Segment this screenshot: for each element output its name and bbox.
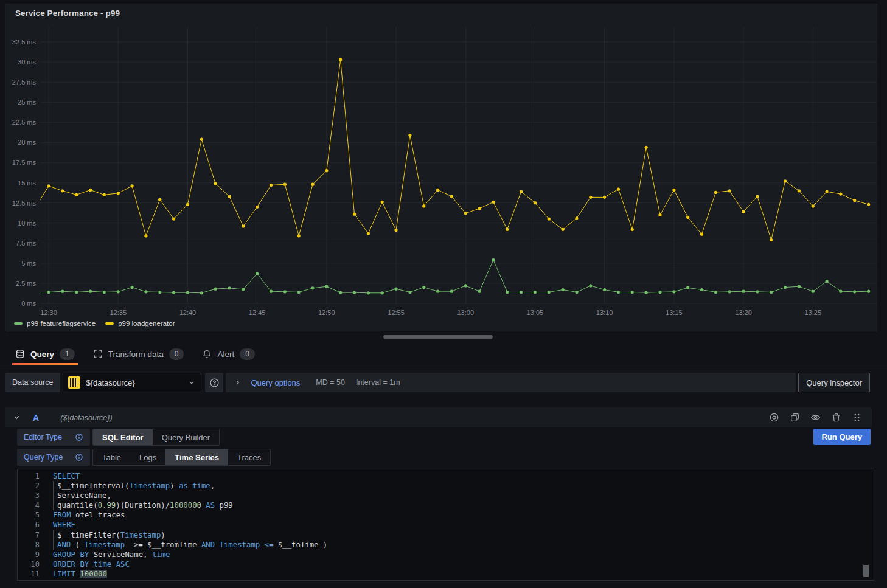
option-sql-editor[interactable]: SQL Editor: [93, 429, 153, 445]
code-line[interactable]: 5FROM otel_traces: [18, 510, 874, 520]
datasource-select[interactable]: ${datasource}: [63, 373, 201, 392]
datasource-value: ${datasource}: [86, 378, 187, 387]
svg-text:12:45: 12:45: [249, 309, 266, 316]
svg-text:13:05: 13:05: [527, 309, 544, 316]
line-number: 3: [18, 491, 40, 500]
transform-icon: [93, 349, 103, 359]
tab-transform-data[interactable]: Transform data 0: [93, 343, 184, 365]
tab-alert[interactable]: Alert 0: [202, 343, 254, 365]
remove-query-trash-icon[interactable]: [831, 412, 841, 423]
editor-type-options: SQL Editor Query Builder: [92, 429, 220, 446]
collapse-chevron-icon[interactable]: [12, 413, 21, 422]
code-line[interactable]: 6WHERE: [18, 520, 874, 530]
query-row-header: A (${datasource}): [5, 407, 872, 427]
tab-query[interactable]: Query 1: [15, 343, 75, 365]
option-traces[interactable]: Traces: [228, 449, 270, 465]
code-line-content: ServiceName,: [40, 491, 111, 500]
line-number: 4: [18, 500, 40, 510]
query-type-chip: Query Type: [17, 449, 90, 466]
code-line[interactable]: 1SELECT: [18, 471, 874, 481]
run-query-button[interactable]: Run Query: [813, 429, 871, 445]
info-circle-icon[interactable]: [75, 433, 83, 441]
svg-text:7.5 ms: 7.5 ms: [16, 240, 37, 247]
datasource-help-button[interactable]: [205, 373, 223, 392]
query-inspector-label: Query inspector: [806, 378, 862, 387]
svg-text:2.5 ms: 2.5 ms: [16, 280, 37, 287]
svg-text:27.5 ms: 27.5 ms: [12, 78, 37, 86]
indent-guide: [53, 481, 57, 491]
query-datasource-ref: (${datasource}): [60, 413, 112, 422]
code-line[interactable]: 9GROUP BY ServiceName, time: [18, 550, 874, 559]
line-number: 5: [18, 510, 40, 520]
code-line[interactable]: 11LIMIT 100000: [18, 569, 874, 579]
tab-count-badge: 0: [169, 348, 184, 360]
line-number: 2: [18, 481, 40, 491]
line-number: 7: [18, 530, 40, 540]
code-line[interactable]: 3ServiceName,: [18, 491, 874, 500]
editor-tabs: Query 1 Transform data 0 Alert 0: [0, 343, 887, 365]
svg-text:12:30: 12:30: [40, 309, 57, 316]
datasource-label: Data source: [5, 373, 60, 392]
legend-item[interactable]: p99 loadgenerator: [105, 320, 175, 327]
indent-guide: [53, 500, 57, 510]
hide-response-eye-icon[interactable]: [810, 412, 821, 423]
line-number: 10: [18, 559, 40, 569]
svg-text:13:00: 13:00: [457, 309, 474, 316]
editor-scrollbar-thumb[interactable]: [863, 565, 869, 577]
svg-text:12:35: 12:35: [110, 309, 127, 316]
disable-query-icon[interactable]: [769, 412, 779, 423]
clickhouse-logo-icon: [68, 376, 80, 389]
query-type-row: Query Type Table Logs Time Series Traces: [17, 449, 271, 466]
svg-text:13:10: 13:10: [596, 309, 613, 316]
legend-series-label: p99 featureflagservice: [27, 320, 96, 327]
tab-count-badge: 1: [60, 348, 75, 360]
svg-text:10 ms: 10 ms: [18, 220, 36, 227]
code-line[interactable]: 8AND ( Timestamp >= $__fromTime AND Time…: [18, 540, 874, 550]
line-number: 1: [18, 471, 40, 481]
option-table[interactable]: Table: [93, 449, 130, 465]
line-number: 6: [18, 520, 40, 530]
svg-text:12:40: 12:40: [179, 309, 197, 316]
code-line-content: FROM otel_traces: [40, 510, 125, 520]
duplicate-query-icon[interactable]: [790, 412, 800, 423]
question-circle-icon: [209, 378, 220, 388]
legend-series-swatch: [14, 322, 23, 325]
query-ref-letter[interactable]: A: [33, 413, 39, 423]
timeseries-chart[interactable]: 0 ms2.5 ms5 ms7.5 ms10 ms12.5 ms15 ms17.…: [5, 4, 878, 320]
code-line[interactable]: 10ORDER BY time ASC: [18, 559, 874, 569]
code-line-content: LIMIT 100000: [40, 569, 107, 579]
sql-code-editor[interactable]: 1SELECT2$__timeInterval(Timestamp) as ti…: [17, 469, 874, 581]
indent-guide: [53, 540, 57, 550]
drag-handle-icon[interactable]: [852, 412, 862, 423]
run-query-label: Run Query: [822, 432, 862, 441]
svg-text:12:55: 12:55: [388, 309, 405, 316]
datasource-toolbar: Data source ${datasource} Query options …: [5, 373, 870, 392]
query-inspector-button[interactable]: Query inspector: [798, 373, 870, 392]
code-line-content: WHERE: [40, 520, 75, 530]
code-lines: 1SELECT2$__timeInterval(Timestamp) as ti…: [18, 469, 874, 579]
max-data-points-value: MD = 50: [316, 378, 345, 387]
svg-text:30 ms: 30 ms: [18, 58, 36, 66]
svg-text:17.5 ms: 17.5 ms: [12, 159, 37, 166]
option-time-series[interactable]: Time Series: [165, 449, 228, 465]
code-line[interactable]: 2$__timeInterval(Timestamp) as time,: [18, 481, 874, 491]
line-number: 8: [18, 540, 40, 550]
code-line[interactable]: 7$__timeFilter(Timestamp): [18, 530, 874, 540]
chevron-right-icon[interactable]: [234, 378, 242, 387]
code-line-content: quantile(0.99)(Duration)/1000000 AS p99: [40, 500, 233, 510]
svg-text:12:50: 12:50: [318, 309, 335, 316]
chart-legend: p99 featureflagservicep99 loadgenerator: [14, 320, 175, 327]
horizontal-scrollbar-thumb[interactable]: [383, 335, 493, 339]
query-type-label: Query Type: [24, 453, 69, 462]
code-line-content: AND ( Timestamp >= $__fromTime AND Times…: [40, 540, 327, 550]
svg-text:0 ms: 0 ms: [21, 300, 36, 307]
code-line-content: GROUP BY ServiceName, time: [40, 550, 170, 559]
info-circle-icon[interactable]: [75, 453, 83, 462]
tab-label: Transform data: [108, 350, 164, 359]
code-line[interactable]: 4quantile(0.99)(Duration)/1000000 AS p99: [18, 500, 874, 510]
option-logs[interactable]: Logs: [130, 449, 165, 465]
option-query-builder[interactable]: Query Builder: [153, 429, 219, 445]
legend-item[interactable]: p99 featureflagservice: [14, 320, 96, 327]
query-options-link[interactable]: Query options: [251, 378, 300, 387]
editor-type-label: Editor Type: [24, 433, 69, 441]
